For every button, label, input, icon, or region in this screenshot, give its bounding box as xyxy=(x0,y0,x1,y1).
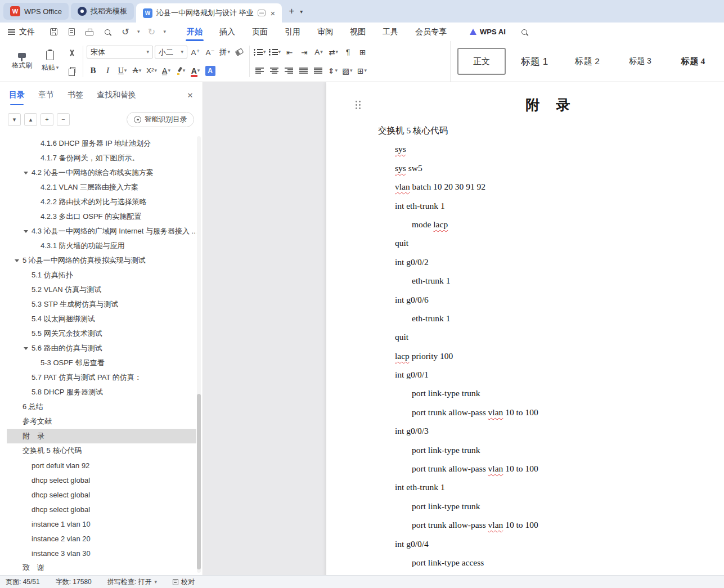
spellcheck-toggle[interactable]: 拼写检查: 打开 ▾ xyxy=(107,577,157,587)
menu-tab-review[interactable]: 审阅 xyxy=(309,23,341,41)
wps-ai-button[interactable]: WPS AI xyxy=(470,28,506,36)
sidebar-scrollbar-thumb[interactable] xyxy=(197,394,201,569)
increase-indent-button[interactable]: ⇥ xyxy=(298,46,311,59)
proofread-button[interactable]: 校对 xyxy=(173,577,195,587)
doc-line[interactable]: port trunk allow-pass vlan 10 to 100 xyxy=(326,403,724,421)
text-effect-button[interactable]: A▾ xyxy=(312,46,325,59)
toc-item[interactable]: 4.3.1 防火墙的功能与应用 xyxy=(7,239,196,253)
toc-item[interactable]: dhcp select global xyxy=(7,473,196,487)
toc-item[interactable]: 交换机 5 核心代码 xyxy=(7,443,196,458)
save-button[interactable] xyxy=(47,26,60,38)
toc-item[interactable]: 6 总结 xyxy=(7,400,196,414)
toc-item[interactable]: 参考文献 xyxy=(7,414,196,429)
collapse-all-button[interactable]: ▾ xyxy=(8,113,21,126)
sidebar-close-icon[interactable]: × xyxy=(187,91,193,100)
toc-item[interactable]: 4.2 沁县一中网络的综合布线实施方案 xyxy=(7,165,196,180)
line-spacing-button[interactable]: ⇕▾ xyxy=(326,64,339,78)
doc-line[interactable]: port trunk allow-pass vlan 10 to 100 xyxy=(326,459,724,478)
toc-expand-arrow-icon[interactable] xyxy=(24,347,32,350)
toc-item[interactable]: 5.6 路由的仿真与测试 xyxy=(7,341,196,356)
decrease-font-button[interactable]: A⁻ xyxy=(204,46,217,59)
toc-item[interactable]: 5.7 PAT 仿真与测试 PAT 的仿真： xyxy=(7,370,196,385)
bullet-list-button[interactable]: ▾ xyxy=(253,46,267,59)
toc-item[interactable]: 5.8 DHCP 服务器测试 xyxy=(7,385,196,400)
char-highlight-button[interactable]: A xyxy=(204,64,217,78)
doc-line[interactable]: lacp priority 100 xyxy=(326,347,724,365)
page-setup-button[interactable]: ⊞ xyxy=(356,46,369,59)
style-heading-4[interactable]: 标题 4 xyxy=(669,48,717,75)
align-center-button[interactable] xyxy=(268,64,281,78)
doc-line[interactable]: port link-type trunk xyxy=(326,441,724,459)
doc-line[interactable]: port link-type access xyxy=(326,553,724,572)
doc-line[interactable]: sys xyxy=(326,140,724,158)
doc-line[interactable]: mode lacp xyxy=(326,215,724,234)
highlight-pen-button[interactable]: ▾ xyxy=(174,64,187,78)
zoom-out-button[interactable]: − xyxy=(57,113,70,126)
toc-expand-arrow-icon[interactable] xyxy=(24,172,32,174)
toc-item[interactable]: 附 录 xyxy=(7,429,196,443)
doc-line[interactable]: int g0/0/4 xyxy=(326,535,724,553)
doc-line[interactable]: sys sw5 xyxy=(326,159,724,177)
file-menu-button[interactable]: 文件 xyxy=(0,23,43,41)
print-button[interactable] xyxy=(83,26,96,38)
align-right-button[interactable] xyxy=(282,64,295,78)
new-tab-button[interactable]: + xyxy=(284,4,299,19)
toc-item[interactable]: instance 3 vlan 30 xyxy=(7,546,196,560)
word-count[interactable]: 字数: 17580 xyxy=(56,577,92,587)
bold-button[interactable]: B xyxy=(87,64,100,78)
font-name-select[interactable]: 宋体 ▾ xyxy=(87,46,153,59)
smart-toc-button[interactable]: 智能识别目录 xyxy=(127,112,194,127)
italic-button[interactable]: I xyxy=(101,64,114,78)
doc-line[interactable]: quit xyxy=(326,327,724,346)
menu-tab-membership[interactable]: 会员专享 xyxy=(407,23,455,41)
tab-list-button[interactable]: ▾ xyxy=(300,8,303,15)
undo-dropdown[interactable]: ▾ xyxy=(137,29,140,34)
toc-item[interactable]: 5.4 以太网捆绑测试 xyxy=(7,312,196,326)
doc-line[interactable]: int eth-trunk 1 xyxy=(326,478,724,496)
doc-line[interactable]: int g0/0/1 xyxy=(326,365,724,384)
doc-line[interactable]: 交换机 5 核心代码 xyxy=(326,121,724,140)
paragraph-drag-handle-icon[interactable] xyxy=(356,101,362,110)
undo-button[interactable]: ↺ xyxy=(119,26,132,38)
doc-line[interactable]: int g0/0/2 xyxy=(326,253,724,271)
font-color-button[interactable]: A▾ xyxy=(189,64,202,78)
style-heading-2[interactable]: 标题 2 xyxy=(563,48,611,75)
toc-item[interactable]: instance 2 vlan 20 xyxy=(7,531,196,546)
tab-docer-template[interactable]: 找稻壳模板 xyxy=(71,3,134,20)
doc-line[interactable]: eth-trunk 1 xyxy=(326,271,724,290)
doc-line[interactable]: eth-trunk 1 xyxy=(326,309,724,327)
toc-item[interactable]: 4.3 沁县一中网络的广域网 Internet 与服务器接入 ... xyxy=(7,224,196,239)
toc-item[interactable]: dhcp select global xyxy=(7,502,196,517)
toc-expand-arrow-icon[interactable] xyxy=(24,230,32,233)
superscript-button[interactable]: X²▾ xyxy=(145,64,158,78)
doc-line[interactable]: int g0/0/6 xyxy=(326,290,724,309)
doc-line[interactable]: port link-type trunk xyxy=(326,384,724,402)
style-heading-1[interactable]: 标题 1 xyxy=(510,48,559,75)
align-justify-button[interactable] xyxy=(297,64,310,78)
cut-button[interactable] xyxy=(65,46,78,60)
redo-dropdown[interactable]: ▾ xyxy=(164,29,167,34)
doc-line[interactable]: quit xyxy=(326,234,724,252)
toc-item[interactable]: 4.1.7 备份网关，如下图所示。 xyxy=(7,151,196,165)
show-marks-button[interactable]: ¶ xyxy=(341,46,354,59)
clear-format-button[interactable] xyxy=(233,46,246,59)
page-indicator[interactable]: 页面: 45/51 xyxy=(6,577,40,587)
export-button[interactable] xyxy=(65,26,78,38)
toc-item[interactable]: 5.3 STP 生成树仿真与测试 xyxy=(7,297,196,312)
increase-font-button[interactable]: A⁺ xyxy=(189,46,202,59)
toc-item[interactable]: 致 谢 xyxy=(7,560,196,575)
pinyin-tool-button[interactable]: 拼 ▾ xyxy=(218,46,231,59)
font-size-select[interactable]: 小二 ▾ xyxy=(155,46,187,59)
tab-document[interactable]: W 沁县一中网络规划与设计 毕业 × xyxy=(136,3,282,23)
sidebar-tab-find-replace[interactable]: 查找和替换 xyxy=(97,88,136,102)
doc-line[interactable]: int g0/0/3 xyxy=(326,421,724,440)
toc-item[interactable]: dhcp select global xyxy=(7,487,196,502)
toc-item[interactable]: instance 1 vlan 10 xyxy=(7,517,196,531)
redo-button[interactable]: ↻ xyxy=(146,26,158,38)
toc-item[interactable]: 5.5 网关冗余技术测试 xyxy=(7,326,196,341)
cjk-layout-button[interactable]: ⇄▾ xyxy=(327,46,340,59)
toc-item[interactable]: 4.2.3 多出口 OSPF 的实施配置 xyxy=(7,209,196,224)
align-left-button[interactable] xyxy=(253,64,266,78)
copy-button[interactable] xyxy=(65,63,78,77)
strikethrough-button[interactable]: A▾ xyxy=(131,64,143,78)
